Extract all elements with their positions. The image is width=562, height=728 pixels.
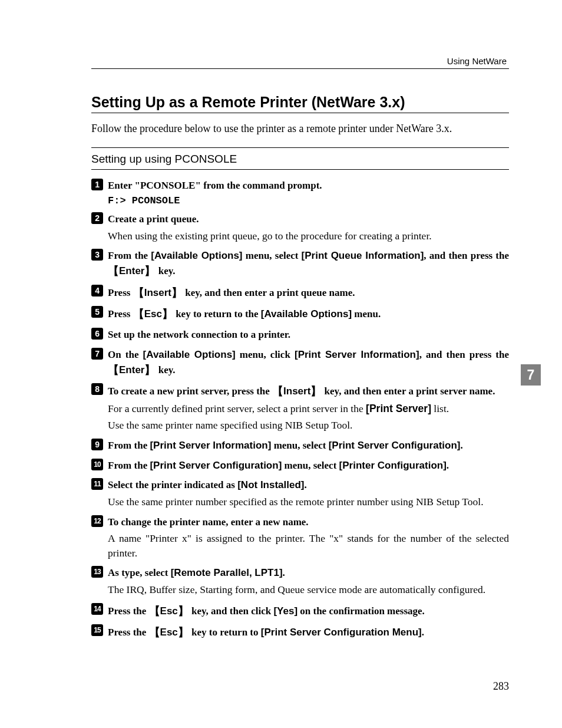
step-text: From the [Print Server Configuration] me… — [108, 459, 509, 473]
step-body: The IRQ, Buffer size, Starting form, and… — [108, 582, 509, 597]
step-6: 6 Set up the network connection to a pri… — [91, 328, 509, 342]
step-number-icon: 15 — [91, 624, 103, 636]
title-rule — [91, 113, 509, 113]
step-text: Select the printer indicated as [Not Ins… — [108, 478, 509, 492]
chapter-tab: 7 — [521, 364, 541, 386]
step-number-icon: 6 — [91, 328, 103, 340]
step-number-icon: 3 — [91, 249, 103, 261]
step-number-icon: 5 — [91, 306, 103, 318]
step-8: 8 To create a new print server, press th… — [91, 383, 509, 433]
step-14: 14 Press the 【Esc】 key, and then click [… — [91, 603, 509, 619]
step-body: Use the same printer name specified usin… — [108, 418, 509, 433]
step-11: 11 Select the printer indicated as [Not … — [91, 478, 509, 509]
step-body: A name "Printer x" is assigned to the pr… — [108, 531, 509, 560]
page-title: Setting Up as a Remote Printer (NetWare … — [91, 94, 509, 111]
step-number-icon: 14 — [91, 603, 103, 615]
step-text: Enter "PCONSOLE" from the command prompt… — [108, 179, 509, 193]
document-page: Using NetWare Setting Up as a Remote Pri… — [0, 0, 562, 676]
step-number-icon: 2 — [91, 212, 103, 224]
section-rule-bottom — [91, 169, 509, 170]
step-text: As type, select [Remote Parallel, LPT1]. — [108, 566, 509, 580]
step-text: Press 【Esc】 key to return to the [Availa… — [108, 306, 509, 322]
running-header: Using NetWare — [91, 56, 509, 66]
step-text: Press 【Insert】 key, and then enter a pri… — [108, 285, 509, 301]
step-number-icon: 8 — [91, 383, 103, 395]
step-text: Create a print queue. — [108, 212, 509, 226]
step-body: Use the same printer number specified as… — [108, 495, 509, 509]
page-number: 283 — [493, 680, 509, 693]
section-heading: Setting up using PCONSOLE — [91, 148, 509, 169]
step-text: To create a new print server, press the … — [108, 383, 509, 399]
step-number-icon: 13 — [91, 566, 103, 578]
step-number-icon: 9 — [91, 439, 103, 450]
header-rule — [91, 68, 509, 69]
step-number-icon: 11 — [91, 478, 103, 490]
step-4: 4 Press 【Insert】 key, and then enter a p… — [91, 285, 509, 301]
step-12: 12 To change the printer name, enter a n… — [91, 515, 509, 561]
step-15: 15 Press the 【Esc】 key to return to [Pri… — [91, 624, 509, 640]
step-text: From the [Print Server Information] menu… — [108, 439, 509, 453]
step-body: For a currently defined print server, se… — [108, 401, 509, 416]
step-code: F:> PCONSOLE — [108, 195, 509, 206]
step-number-icon: 7 — [91, 348, 103, 360]
step-number-icon: 1 — [91, 179, 103, 190]
step-text: Set up the network connection to a print… — [108, 328, 509, 342]
intro-text: Follow the procedure below to use the pr… — [91, 121, 509, 136]
step-7: 7 On the [Available Options] menu, click… — [91, 348, 509, 377]
step-body: When using the existing print queue, go … — [108, 229, 509, 243]
step-5: 5 Press 【Esc】 key to return to the [Avai… — [91, 306, 509, 322]
step-text: From the [Available Options] menu, selec… — [108, 249, 509, 278]
step-number-icon: 4 — [91, 285, 103, 297]
step-list: 1 Enter "PCONSOLE" from the command prom… — [91, 179, 509, 640]
step-2: 2 Create a print queue. When using the e… — [91, 212, 509, 243]
step-9: 9 From the [Print Server Information] me… — [91, 439, 509, 453]
step-1: 1 Enter "PCONSOLE" from the command prom… — [91, 179, 509, 206]
step-number-icon: 10 — [91, 459, 103, 470]
step-10: 10 From the [Print Server Configuration]… — [91, 459, 509, 473]
step-text: On the [Available Options] menu, click [… — [108, 348, 509, 377]
step-text: To change the printer name, enter a new … — [108, 515, 509, 529]
step-number-icon: 12 — [91, 515, 103, 527]
step-3: 3 From the [Available Options] menu, sel… — [91, 249, 509, 278]
step-text: Press the 【Esc】 key to return to [Print … — [108, 624, 509, 640]
step-text: Press the 【Esc】 key, and then click [Yes… — [108, 603, 509, 619]
step-13: 13 As type, select [Remote Parallel, LPT… — [91, 566, 509, 597]
